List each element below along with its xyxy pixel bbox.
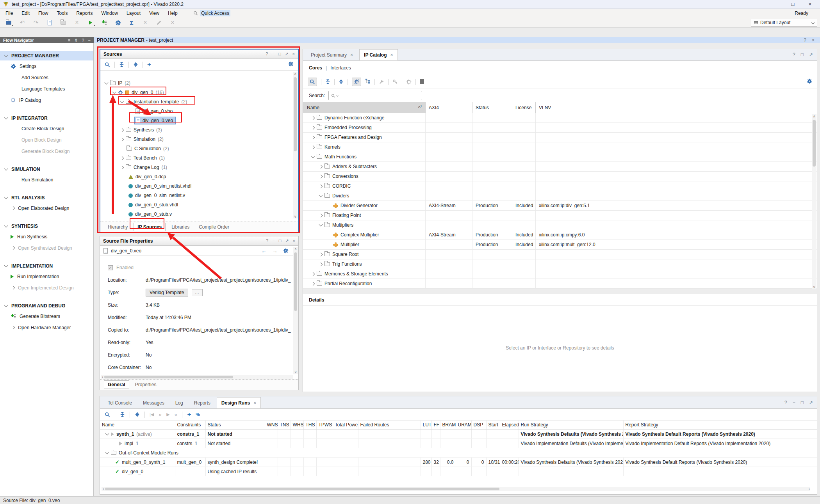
tab-ip-catalog[interactable]: IP Catalog× [359, 49, 398, 60]
cancel-run-button[interactable]: × [141, 19, 149, 26]
chevron-down-icon[interactable] [105, 81, 109, 85]
catalog-row-complex-multiplier[interactable]: Complex MultiplierAXI4-StreamProductionI… [303, 230, 817, 240]
menu-flow[interactable]: Flow [38, 11, 48, 16]
flow-item-generate-bitstream[interactable]: Generate Bitstream [0, 311, 93, 322]
catalog-row-kernels[interactable]: Kernels [303, 142, 817, 152]
tree-item-c-simulation[interactable]: C Simulation(2) [100, 144, 292, 153]
run-selected-button[interactable]: ▶ [166, 412, 169, 417]
flow-section-simulation[interactable]: SIMULATION [0, 165, 93, 174]
chevron-right-icon[interactable] [319, 213, 323, 217]
catalog-row-dividers[interactable]: Dividers [303, 191, 817, 201]
flow-item-open-hardware-manager[interactable]: Open Hardware Manager [0, 322, 93, 333]
float-icon[interactable]: ↗ [285, 51, 288, 57]
catalog-search-input[interactable] [328, 91, 422, 100]
type-dropdown-button[interactable]: Verilog Template [146, 289, 188, 296]
minimize-icon[interactable]: − [272, 238, 275, 243]
save-button[interactable] [46, 19, 53, 26]
catalog-row-math-functions[interactable]: Math Functions [303, 152, 817, 162]
chevron-right-icon[interactable] [319, 174, 323, 178]
flow-section-implementation[interactable]: IMPLEMENTATION [0, 261, 93, 271]
generate-bitstream-button[interactable] [100, 19, 108, 26]
enabled-checkbox-row[interactable]: Enabled [100, 261, 298, 274]
flow-item-language-templates[interactable]: Language Templates [0, 83, 93, 94]
tree-item-stub-v[interactable]: div_gen_0_stub.v [100, 209, 292, 219]
report-sum-button[interactable]: Σ [128, 19, 135, 26]
search-toggle-button[interactable] [308, 78, 317, 86]
chevron-down-icon[interactable] [112, 90, 116, 94]
scroll-thumb[interactable] [294, 77, 297, 151]
maximize-icon[interactable]: □ [801, 52, 804, 57]
col-dsp[interactable]: DSP [471, 421, 486, 429]
settings-gear-button[interactable] [114, 19, 122, 26]
collapse-all-icon[interactable] [119, 62, 124, 67]
gear-icon[interactable] [288, 61, 294, 67]
chevron-right-icon[interactable] [319, 262, 323, 266]
catalog-row-partial-reconfiguration[interactable]: Partial Reconfiguration [303, 279, 817, 289]
catalog-row-multipliers[interactable]: Multipliers [303, 220, 817, 230]
create-run-button[interactable]: + [187, 411, 191, 419]
run-row-impl-1[interactable]: impl_1 constrs_1 Not started Vivado Impl… [100, 439, 817, 448]
menu-edit[interactable]: Edit [21, 11, 30, 16]
step-forward-button[interactable]: » [175, 412, 178, 418]
quick-access-search[interactable]: Quick Access [193, 9, 275, 17]
menu-view[interactable]: View [149, 11, 159, 16]
chevron-right-icon[interactable] [311, 126, 315, 130]
minimize-icon[interactable]: − [88, 38, 91, 43]
scroll-thumb[interactable] [813, 120, 816, 167]
help-icon[interactable]: ? [804, 37, 806, 43]
abort-button[interactable]: × [169, 19, 176, 26]
catalog-row-dfx[interactable]: Dynamic Function eXchange [303, 113, 817, 123]
tree-item-sim-netlist-vhdl[interactable]: div_gen_0_sim_netlist.vhdl [100, 181, 292, 191]
catalog-row-floating-point[interactable]: Floating Point [303, 211, 817, 220]
maximize-icon[interactable]: □ [278, 51, 281, 57]
add-sources-button[interactable]: + [147, 61, 151, 69]
expand-all-icon[interactable] [133, 62, 138, 67]
tab-compile-order[interactable]: Compile Order [195, 223, 233, 231]
chevron-right-icon[interactable] [311, 145, 315, 149]
column-license[interactable]: License [512, 102, 535, 113]
catalog-row-trig-functions[interactable]: Trig Functions [303, 259, 817, 269]
search-icon[interactable] [105, 412, 110, 417]
layout-selector[interactable]: Default Layout [751, 19, 817, 27]
collapse-icon[interactable]: ≡ [68, 38, 70, 43]
menu-window[interactable]: Window [101, 11, 118, 16]
help-icon[interactable]: ? [82, 38, 84, 43]
collapse-all-icon[interactable] [120, 412, 125, 417]
catalog-row-embedded[interactable]: Embedded Processing [303, 123, 817, 133]
catalog-row-conversions[interactable]: Conversions [303, 172, 817, 181]
scroll-left-icon[interactable]: ‹ [103, 487, 104, 491]
percent-button[interactable]: % [196, 412, 200, 417]
scroll-up-icon[interactable]: ∧ [813, 115, 816, 118]
group-by-hierarchy-button[interactable] [365, 78, 371, 85]
close-icon[interactable]: × [293, 238, 295, 243]
tab-project-summary[interactable]: Project Summary× [306, 49, 358, 60]
delete-button[interactable]: × [73, 19, 81, 26]
chevron-right-icon[interactable] [319, 184, 323, 188]
float-icon[interactable]: ↗ [809, 400, 813, 405]
chevron-right-icon[interactable] [319, 252, 323, 256]
chevron-right-icon[interactable] [311, 116, 315, 120]
redo-button[interactable]: ↷ [32, 19, 40, 26]
tab-general[interactable]: General [104, 380, 129, 389]
undo-button[interactable]: ↶ [18, 19, 26, 26]
run-row-synth-1[interactable]: synth_1(active) constrs_1 Not started Vi… [100, 429, 817, 439]
tree-item-instantiation-template[interactable]: Instantiation Template(2) [100, 97, 292, 106]
details-toggle-icon[interactable] [420, 79, 424, 84]
col-start[interactable]: Start [486, 421, 500, 429]
flow-item-settings[interactable]: Settings [0, 60, 93, 72]
flow-section-project-manager[interactable]: PROJECT MANAGER [0, 51, 93, 60]
chevron-right-icon[interactable] [120, 156, 124, 160]
scroll-down-icon[interactable]: ∨ [294, 371, 297, 374]
close-icon[interactable]: × [292, 51, 295, 57]
menu-file[interactable]: File [5, 11, 13, 16]
properties-panel-header[interactable]: Source File Properties ? − □ ↗ × [100, 236, 298, 246]
tree-item-div-gen-0[interactable]: div_gen_0(16) [100, 88, 292, 97]
gear-icon[interactable] [807, 78, 812, 84]
tab-properties[interactable]: Properties [132, 381, 160, 389]
scroll-thumb[interactable] [294, 252, 297, 311]
col-tpws[interactable]: TPWS [316, 421, 333, 429]
scroll-up-icon[interactable]: ∧ [294, 72, 297, 75]
menu-help[interactable]: Help [168, 11, 178, 16]
col-tns[interactable]: TNS [278, 421, 291, 429]
run-row-mult-gen-0-synth-1[interactable]: ✓mult_gen_0_synth_1 mult_gen_0 synth_des… [100, 458, 817, 467]
